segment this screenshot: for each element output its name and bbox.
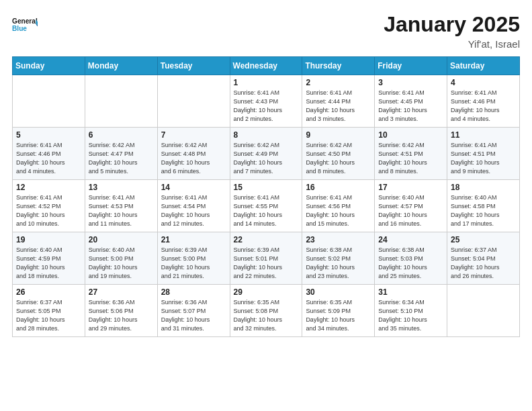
subtitle: Yif'at, Israel	[384, 38, 520, 50]
day-info: Sunrise: 6:37 AM Sunset: 5:05 PM Dayligh…	[16, 298, 81, 333]
calendar-day-cell	[13, 75, 85, 128]
calendar-day-cell	[85, 75, 157, 128]
calendar-day-cell: 11Sunrise: 6:41 AM Sunset: 4:51 PM Dayli…	[447, 128, 520, 180]
day-number: 13	[89, 183, 154, 192]
logo: General Blue	[12, 12, 38, 38]
calendar-table: Sunday Monday Tuesday Wednesday Thursday…	[12, 56, 520, 337]
day-info: Sunrise: 6:41 AM Sunset: 4:51 PM Dayligh…	[451, 141, 516, 176]
calendar-week-row: 19Sunrise: 6:40 AM Sunset: 4:59 PM Dayli…	[13, 232, 520, 285]
day-info: Sunrise: 6:41 AM Sunset: 4:52 PM Dayligh…	[16, 193, 81, 228]
day-number: 7	[161, 130, 226, 140]
calendar-day-cell: 29Sunrise: 6:35 AM Sunset: 5:08 PM Dayli…	[230, 285, 302, 337]
col-friday: Friday	[375, 57, 447, 75]
day-number: 1	[234, 78, 299, 87]
main-title: January 2025	[384, 12, 520, 37]
day-info: Sunrise: 6:39 AM Sunset: 5:01 PM Dayligh…	[234, 246, 299, 281]
day-number: 12	[16, 183, 81, 192]
day-info: Sunrise: 6:41 AM Sunset: 4:54 PM Dayligh…	[161, 193, 226, 228]
day-number: 28	[161, 287, 226, 297]
header: General Blue January 2025 Yif'at, Israel	[12, 12, 520, 50]
calendar-day-cell: 6Sunrise: 6:42 AM Sunset: 4:47 PM Daylig…	[85, 128, 157, 180]
calendar-day-cell: 27Sunrise: 6:36 AM Sunset: 5:06 PM Dayli…	[85, 285, 157, 337]
day-number: 19	[16, 235, 81, 244]
calendar-day-cell: 1Sunrise: 6:41 AM Sunset: 4:43 PM Daylig…	[230, 75, 302, 128]
day-number: 9	[306, 130, 371, 140]
day-info: Sunrise: 6:38 AM Sunset: 5:03 PM Dayligh…	[378, 246, 443, 281]
day-number: 23	[306, 235, 371, 244]
calendar-day-cell: 26Sunrise: 6:37 AM Sunset: 5:05 PM Dayli…	[13, 285, 85, 337]
day-number: 4	[451, 78, 516, 87]
calendar-week-row: 1Sunrise: 6:41 AM Sunset: 4:43 PM Daylig…	[13, 75, 520, 128]
day-number: 8	[234, 130, 299, 140]
day-info: Sunrise: 6:42 AM Sunset: 4:47 PM Dayligh…	[89, 141, 154, 176]
day-info: Sunrise: 6:38 AM Sunset: 5:02 PM Dayligh…	[306, 246, 371, 281]
day-number: 24	[378, 235, 443, 244]
day-info: Sunrise: 6:42 AM Sunset: 4:49 PM Dayligh…	[234, 141, 299, 176]
day-number: 17	[378, 183, 443, 192]
day-number: 22	[234, 235, 299, 244]
day-info: Sunrise: 6:36 AM Sunset: 5:06 PM Dayligh…	[89, 298, 154, 333]
day-info: Sunrise: 6:35 AM Sunset: 5:09 PM Dayligh…	[306, 298, 371, 333]
day-number: 27	[89, 287, 154, 297]
col-saturday: Saturday	[447, 57, 520, 75]
day-info: Sunrise: 6:40 AM Sunset: 4:58 PM Dayligh…	[451, 193, 516, 228]
page: General Blue January 2025 Yif'at, Israel…	[0, 0, 532, 411]
day-number: 10	[378, 130, 443, 140]
calendar-day-cell: 13Sunrise: 6:41 AM Sunset: 4:53 PM Dayli…	[85, 180, 157, 232]
day-number: 30	[306, 287, 371, 297]
day-info: Sunrise: 6:40 AM Sunset: 5:00 PM Dayligh…	[89, 246, 154, 281]
day-info: Sunrise: 6:41 AM Sunset: 4:43 PM Dayligh…	[234, 89, 299, 124]
day-info: Sunrise: 6:41 AM Sunset: 4:56 PM Dayligh…	[306, 193, 371, 228]
calendar-day-cell: 9Sunrise: 6:42 AM Sunset: 4:50 PM Daylig…	[302, 128, 375, 180]
calendar-week-row: 12Sunrise: 6:41 AM Sunset: 4:52 PM Dayli…	[13, 180, 520, 232]
calendar-day-cell	[447, 285, 520, 337]
logo-svg: General Blue	[12, 12, 38, 38]
day-info: Sunrise: 6:41 AM Sunset: 4:46 PM Dayligh…	[451, 89, 516, 124]
calendar-day-cell: 10Sunrise: 6:42 AM Sunset: 4:51 PM Dayli…	[375, 128, 447, 180]
day-number: 20	[89, 235, 154, 244]
calendar-day-cell: 25Sunrise: 6:37 AM Sunset: 5:04 PM Dayli…	[447, 232, 520, 285]
calendar-day-cell: 12Sunrise: 6:41 AM Sunset: 4:52 PM Dayli…	[13, 180, 85, 232]
day-number: 2	[306, 78, 371, 87]
day-number: 6	[89, 130, 154, 140]
day-number: 16	[306, 183, 371, 192]
day-number: 15	[234, 183, 299, 192]
calendar-week-row: 26Sunrise: 6:37 AM Sunset: 5:05 PM Dayli…	[13, 285, 520, 337]
day-info: Sunrise: 6:40 AM Sunset: 4:59 PM Dayligh…	[16, 246, 81, 281]
day-info: Sunrise: 6:35 AM Sunset: 5:08 PM Dayligh…	[234, 298, 299, 333]
calendar-day-cell: 18Sunrise: 6:40 AM Sunset: 4:58 PM Dayli…	[447, 180, 520, 232]
calendar-day-cell: 24Sunrise: 6:38 AM Sunset: 5:03 PM Dayli…	[375, 232, 447, 285]
day-info: Sunrise: 6:37 AM Sunset: 5:04 PM Dayligh…	[451, 246, 516, 281]
calendar-day-cell: 14Sunrise: 6:41 AM Sunset: 4:54 PM Dayli…	[157, 180, 230, 232]
day-info: Sunrise: 6:34 AM Sunset: 5:10 PM Dayligh…	[378, 298, 443, 333]
col-monday: Monday	[85, 57, 157, 75]
calendar-day-cell: 30Sunrise: 6:35 AM Sunset: 5:09 PM Dayli…	[302, 285, 375, 337]
calendar-day-cell: 22Sunrise: 6:39 AM Sunset: 5:01 PM Dayli…	[230, 232, 302, 285]
calendar-day-cell: 31Sunrise: 6:34 AM Sunset: 5:10 PM Dayli…	[375, 285, 447, 337]
day-number: 21	[161, 235, 226, 244]
calendar-day-cell: 21Sunrise: 6:39 AM Sunset: 5:00 PM Dayli…	[157, 232, 230, 285]
col-sunday: Sunday	[13, 57, 85, 75]
day-info: Sunrise: 6:40 AM Sunset: 4:57 PM Dayligh…	[378, 193, 443, 228]
day-info: Sunrise: 6:39 AM Sunset: 5:00 PM Dayligh…	[161, 246, 226, 281]
calendar-day-cell: 23Sunrise: 6:38 AM Sunset: 5:02 PM Dayli…	[302, 232, 375, 285]
day-info: Sunrise: 6:42 AM Sunset: 4:48 PM Dayligh…	[161, 141, 226, 176]
col-thursday: Thursday	[302, 57, 375, 75]
day-info: Sunrise: 6:42 AM Sunset: 4:50 PM Dayligh…	[306, 141, 371, 176]
calendar-day-cell: 15Sunrise: 6:41 AM Sunset: 4:55 PM Dayli…	[230, 180, 302, 232]
calendar-day-cell: 20Sunrise: 6:40 AM Sunset: 5:00 PM Dayli…	[85, 232, 157, 285]
calendar-day-cell: 3Sunrise: 6:41 AM Sunset: 4:45 PM Daylig…	[375, 75, 447, 128]
day-number: 14	[161, 183, 226, 192]
calendar-day-cell: 5Sunrise: 6:41 AM Sunset: 4:46 PM Daylig…	[13, 128, 85, 180]
day-info: Sunrise: 6:41 AM Sunset: 4:55 PM Dayligh…	[234, 193, 299, 228]
calendar-day-cell: 8Sunrise: 6:42 AM Sunset: 4:49 PM Daylig…	[230, 128, 302, 180]
day-number: 18	[451, 183, 516, 192]
day-info: Sunrise: 6:41 AM Sunset: 4:44 PM Dayligh…	[306, 89, 371, 124]
calendar-header-row: Sunday Monday Tuesday Wednesday Thursday…	[13, 57, 520, 75]
day-number: 5	[16, 130, 81, 140]
day-number: 26	[16, 287, 81, 297]
day-info: Sunrise: 6:41 AM Sunset: 4:53 PM Dayligh…	[89, 193, 154, 228]
day-number: 31	[378, 287, 443, 297]
calendar-day-cell: 19Sunrise: 6:40 AM Sunset: 4:59 PM Dayli…	[13, 232, 85, 285]
day-info: Sunrise: 6:41 AM Sunset: 4:45 PM Dayligh…	[378, 89, 443, 124]
